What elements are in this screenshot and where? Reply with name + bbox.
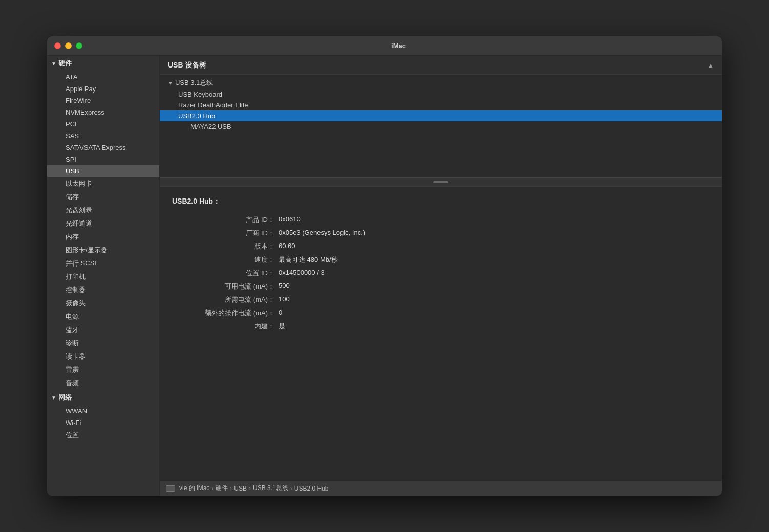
sep-1: › — [230, 485, 232, 492]
usb-tree-panel-title: USB 设备树 — [168, 61, 206, 70]
tree-row-usb20hub[interactable]: USB2.0 Hub — [160, 110, 722, 121]
sidebar-item-bluetooth[interactable]: 蓝牙 — [47, 323, 159, 337]
sidebar-item-firewire[interactable]: FireWire — [47, 95, 159, 106]
minimize-button[interactable] — [65, 42, 72, 49]
breadcrumb-3: USB 3.1总线 — [253, 484, 288, 493]
usb-tree-panel-header: USB 设备树 ▲ — [160, 56, 722, 75]
sidebar-item-sas[interactable]: SAS — [47, 130, 159, 142]
sidebar-item-location[interactable]: 位置 — [47, 429, 159, 442]
detail-label-2: 版本： — [172, 242, 274, 251]
close-button[interactable] — [54, 42, 61, 49]
sidebar-item-power[interactable]: 电源 — [47, 310, 159, 323]
detail-value-3: 最高可达 480 Mb/秒 — [279, 255, 710, 264]
sidebar-item-sata[interactable]: SATA/SATA Express — [47, 142, 159, 153]
sidebar-item-ata[interactable]: ATA — [47, 71, 159, 83]
sidebar-item-diagnostics[interactable]: 诊断 — [47, 337, 159, 350]
sidebar-item-spi[interactable]: SPI — [47, 153, 159, 165]
maximize-button[interactable] — [76, 42, 82, 49]
detail-value-6: 100 — [279, 295, 710, 304]
sidebar-item-memory[interactable]: 内存 — [47, 230, 159, 243]
sidebar-item-thunderbolt[interactable]: 雷雳 — [47, 363, 159, 376]
usb-tree-panel: USB 设备树 ▲ ▼ USB 3.1总线 USB Keyboard Razer… — [160, 56, 722, 178]
sidebar-section-hardware[interactable]: ▼ 硬件 — [47, 56, 159, 71]
detail-label-7: 额外的操作电流 (mA)： — [172, 308, 274, 318]
sidebar-section-network-label: 网络 — [58, 393, 72, 402]
sidebar-item-storage[interactable]: 储存 — [47, 190, 159, 204]
breadcrumb-4: USB2.0 Hub — [294, 485, 329, 492]
detail-value-4: 0x14500000 / 3 — [279, 269, 710, 278]
tree-row-usb31[interactable]: ▼ USB 3.1总线 — [160, 77, 722, 89]
detail-value-7: 0 — [279, 308, 710, 318]
tree-row-razer[interactable]: Razer DeathAdder Elite — [160, 100, 722, 110]
detail-value-8: 是 — [279, 322, 710, 331]
sidebar-item-card-reader[interactable]: 读卡器 — [47, 350, 159, 363]
tree-row-maya22[interactable]: MAYA22 USB — [160, 121, 722, 132]
divider — [160, 178, 722, 187]
usb-tree-area: ▼ USB 3.1总线 USB Keyboard Razer DeathAdde… — [160, 75, 722, 177]
sidebar-item-pci[interactable]: PCI — [47, 118, 159, 130]
detail-label-8: 内建： — [172, 322, 274, 331]
detail-panel: USB2.0 Hub： 产品 ID： 0x0610 厂商 ID： 0x05e3 … — [160, 187, 722, 480]
sidebar-item-audio[interactable]: 音频 — [47, 376, 159, 390]
sidebar-item-wifi[interactable]: Wi-Fi — [47, 417, 159, 429]
collapse-icon[interactable]: ▲ — [708, 62, 714, 69]
main-content: ▼ 硬件 ATA Apple Pay FireWire NVMExpress P… — [47, 56, 722, 496]
tree-row-usb31-label: USB 3.1总线 — [175, 78, 213, 87]
sidebar-item-apple-pay[interactable]: Apple Pay — [47, 83, 159, 95]
titlebar: iMac — [47, 36, 722, 56]
detail-grid: 产品 ID： 0x0610 厂商 ID： 0x05e3 (Genesys Log… — [172, 215, 710, 331]
detail-value-2: 60.60 — [279, 242, 710, 251]
sidebar-item-scsi[interactable]: 并行 SCSI — [47, 257, 159, 270]
content-area: USB 设备树 ▲ ▼ USB 3.1总线 USB Keyboard Razer… — [160, 56, 722, 496]
detail-label-1: 厂商 ID： — [172, 229, 274, 238]
sidebar-item-controller[interactable]: 控制器 — [47, 283, 159, 297]
sidebar-item-camera[interactable]: 摄像头 — [47, 297, 159, 310]
traffic-lights — [54, 42, 82, 49]
statusbar: vie 的 iMac › 硬件 › USB › USB 3.1总线 › USB2… — [160, 480, 722, 496]
sep-0: › — [211, 485, 213, 492]
imac-icon — [166, 485, 175, 492]
detail-label-5: 可用电流 (mA)： — [172, 282, 274, 291]
breadcrumb-1: 硬件 — [216, 484, 228, 493]
sidebar-section-network[interactable]: ▼ 网络 — [47, 390, 159, 405]
hardware-arrow-icon: ▼ — [51, 61, 56, 66]
sidebar-item-nvmexpress[interactable]: NVMExpress — [47, 106, 159, 118]
sidebar-item-gpu[interactable]: 图形卡/显示器 — [47, 243, 159, 257]
detail-title: USB2.0 Hub： — [172, 197, 710, 206]
detail-label-0: 产品 ID： — [172, 215, 274, 225]
sep-2: › — [249, 485, 251, 492]
sidebar-section-hardware-label: 硬件 — [58, 59, 72, 68]
tree-row-usb20hub-label: USB2.0 Hub — [178, 112, 215, 120]
detail-label-3: 速度： — [172, 255, 274, 264]
sidebar-item-wwan[interactable]: WWAN — [47, 405, 159, 417]
sidebar-item-disc-burning[interactable]: 光盘刻录 — [47, 204, 159, 217]
window-title: iMac — [82, 42, 715, 50]
tree-row-razer-label: Razer DeathAdder Elite — [178, 101, 248, 109]
breadcrumb-0: vie 的 iMac — [179, 484, 209, 493]
sidebar-item-usb[interactable]: USB — [47, 165, 159, 177]
tree-expand-icon: ▼ — [168, 80, 173, 86]
tree-row-maya22-label: MAYA22 USB — [190, 123, 231, 130]
sidebar-item-ethernet[interactable]: 以太网卡 — [47, 177, 159, 190]
sidebar-item-printer[interactable]: 打印机 — [47, 270, 159, 283]
divider-handle[interactable] — [433, 181, 448, 183]
detail-value-1: 0x05e3 (Genesys Logic, Inc.) — [279, 229, 710, 238]
network-arrow-icon: ▼ — [51, 395, 56, 401]
detail-value-0: 0x0610 — [279, 215, 710, 225]
breadcrumb-2: USB — [234, 485, 247, 492]
detail-label-6: 所需电流 (mA)： — [172, 295, 274, 304]
sidebar-item-fiber[interactable]: 光纤通道 — [47, 217, 159, 230]
detail-value-5: 500 — [279, 282, 710, 291]
tree-row-keyboard[interactable]: USB Keyboard — [160, 89, 722, 100]
sep-3: › — [290, 485, 292, 492]
main-window: iMac ▼ 硬件 ATA Apple Pay FireWire NVMExpr… — [47, 36, 722, 496]
tree-row-keyboard-label: USB Keyboard — [178, 91, 222, 98]
sidebar: ▼ 硬件 ATA Apple Pay FireWire NVMExpress P… — [47, 56, 160, 496]
detail-label-4: 位置 ID： — [172, 269, 274, 278]
